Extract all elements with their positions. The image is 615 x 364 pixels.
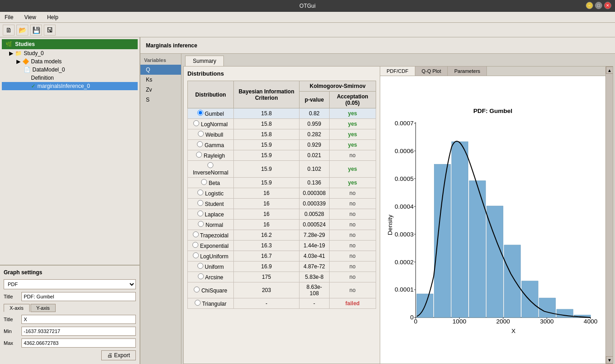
export-icon: 🖨 [107, 352, 113, 359]
chart-title: PDF: Gumbel [473, 108, 512, 114]
y-tick-3: 0.0003 [395, 231, 413, 238]
study-label: Study_0 [24, 50, 44, 56]
variable-ks[interactable]: Ks [140, 75, 181, 85]
table-row[interactable]: Logistic160.000308no [188, 188, 376, 199]
dist-pvalue: 0.000308 [300, 188, 329, 199]
table-row[interactable]: Weibull15.80.282yes [188, 129, 376, 140]
x-title-input[interactable] [21, 315, 136, 324]
dist-pvalue: 1.44e-19 [300, 241, 329, 251]
table-row[interactable]: ChiSquare2038.63e-108no [188, 282, 376, 298]
table-row[interactable]: Uniform16.94.87e-72no [188, 261, 376, 272]
dist-bic: 203 [233, 282, 299, 298]
maximize-button[interactable]: □ [595, 2, 602, 9]
plot-type-select[interactable]: PDF CDF [4, 279, 136, 289]
table-row[interactable]: Student160.000339no [188, 199, 376, 209]
export-label: Export [114, 352, 130, 359]
variable-zv[interactable]: Zv [140, 85, 181, 95]
content-area: Marginals inference Variables Q Ks Zv S … [140, 37, 615, 364]
sidebar-item-study0[interactable]: ▶ 📁 Study_0 [2, 49, 138, 57]
dist-accept: yes [329, 129, 376, 140]
x-min-input[interactable] [21, 327, 136, 336]
sidebar-item-marginals-inference[interactable]: ✓ marginalsInference_0 [2, 82, 138, 90]
save-button[interactable]: 🖫 [44, 25, 56, 36]
dist-accept: no [329, 199, 376, 209]
menu-help[interactable]: Help [44, 13, 61, 21]
x-title-row: Title [4, 315, 136, 324]
table-row[interactable]: Laplace160.00528no [188, 209, 376, 220]
table-row[interactable]: InverseNormal15.90.102yes [188, 161, 376, 178]
table-row[interactable]: Exponential16.31.44e-19no [188, 241, 376, 251]
tab-summary[interactable]: Summary [185, 56, 224, 67]
table-row[interactable]: Gamma15.90.929yes [188, 140, 376, 150]
table-row[interactable]: Gumbel15.80.82yes [188, 108, 376, 119]
toolbar: 🗎 📂 💾 🖫 [0, 23, 615, 37]
dist-accept: no [329, 188, 376, 199]
dist-name: ChiSquare [200, 287, 227, 294]
dist-bic: 175 [233, 272, 299, 282]
close-button[interactable]: ✕ [604, 2, 611, 9]
open-button[interactable]: 📂 [16, 25, 28, 36]
dist-name: Trapezoidal [199, 232, 228, 239]
table-row[interactable]: LogUniform16.74.03e-41no [188, 251, 376, 261]
table-row[interactable]: LogNormal15.80.959yes [188, 119, 376, 129]
dist-pvalue: 4.03e-41 [300, 251, 329, 261]
dist-bic: 15.8 [233, 119, 299, 129]
x-title-label: Title [4, 317, 20, 322]
chart-tab-parameters[interactable]: Parameters [448, 67, 487, 76]
dist-bic: 16.7 [233, 251, 299, 261]
tab-bar: Summary [181, 54, 615, 66]
window-controls: − □ ✕ [586, 2, 611, 9]
menu-view[interactable]: View [21, 13, 39, 21]
x-axis-tab[interactable]: X-axis [4, 304, 30, 312]
sidebar-item-definition[interactable]: Definition [2, 74, 138, 82]
dist-accept: no [329, 282, 376, 298]
table-row[interactable]: Trapezoidal16.27.28e-29no [188, 230, 376, 241]
sidebar-item-datamodels[interactable]: ▶ 🔶 Data models [2, 57, 138, 66]
dist-pvalue: 0.136 [300, 178, 329, 188]
scroll-up-btn[interactable]: ▲ [606, 67, 613, 74]
table-row[interactable]: Normal160.000524no [188, 220, 376, 230]
scroll-down-btn[interactable]: ▼ [606, 356, 613, 364]
minimize-button[interactable]: − [586, 2, 593, 9]
dist-name: Gumbel [203, 111, 224, 117]
export-button[interactable]: 🖨 Export [101, 350, 136, 360]
graph-settings-panel: Graph settings PDF CDF Title X-axis Y-ax… [0, 265, 140, 364]
table-row[interactable]: Beta15.90.136yes [188, 178, 376, 188]
dist-pvalue: 0.929 [300, 140, 329, 150]
dist-accept: failed [329, 298, 376, 309]
new-button[interactable]: 🗎 [3, 25, 15, 36]
menu-file[interactable]: File [2, 13, 16, 21]
dist-bic: 15.9 [233, 150, 299, 161]
table-row[interactable]: Triangular--failed [188, 298, 376, 309]
table-row[interactable]: Arcsine1755.83e-8no [188, 272, 376, 282]
col-distribution: Distribution [188, 81, 234, 108]
title-bar: OTGui − □ ✕ [0, 0, 615, 12]
chart-y-label: Density [387, 215, 393, 235]
dist-bic: 15.8 [233, 129, 299, 140]
variable-q[interactable]: Q [140, 65, 181, 75]
dist-bic: - [233, 298, 299, 309]
chart-tab-qqplot[interactable]: Q-Q Plot [415, 67, 448, 76]
x-min-row: Min [4, 327, 136, 336]
expand-icon2: ▶ [16, 58, 21, 65]
chart-tab-pdfcdf[interactable]: PDF/CDF [380, 67, 415, 76]
dist-accept: no [329, 241, 376, 251]
dist-name: LogUniform [199, 253, 228, 260]
save-as-button[interactable]: 💾 [30, 25, 42, 36]
dist-bic: 15.9 [233, 178, 299, 188]
title-input[interactable] [21, 292, 136, 301]
y-tick-0: 0 [410, 314, 414, 321]
dist-name: Uniform [203, 264, 224, 270]
variable-s[interactable]: S [140, 95, 181, 105]
x-min-label: Min [4, 328, 20, 334]
dist-bic: 16 [233, 209, 299, 220]
y-axis-tab[interactable]: Y-axis [31, 304, 56, 312]
sidebar-item-datamodel0[interactable]: 📄 DataModel_0 [2, 66, 138, 74]
variables-panel: Variables Q Ks Zv S [140, 54, 181, 364]
x-max-input[interactable] [21, 338, 136, 348]
dist-accept: no [329, 220, 376, 230]
dist-pvalue: 5.83e-8 [300, 272, 329, 282]
title-row: Title [4, 292, 136, 301]
table-row[interactable]: Rayleigh15.90.021no [188, 150, 376, 161]
sidebar-tree: 🌿 Studies ▶ 📁 Study_0 ▶ 🔶 Data models 📄 … [0, 37, 140, 265]
